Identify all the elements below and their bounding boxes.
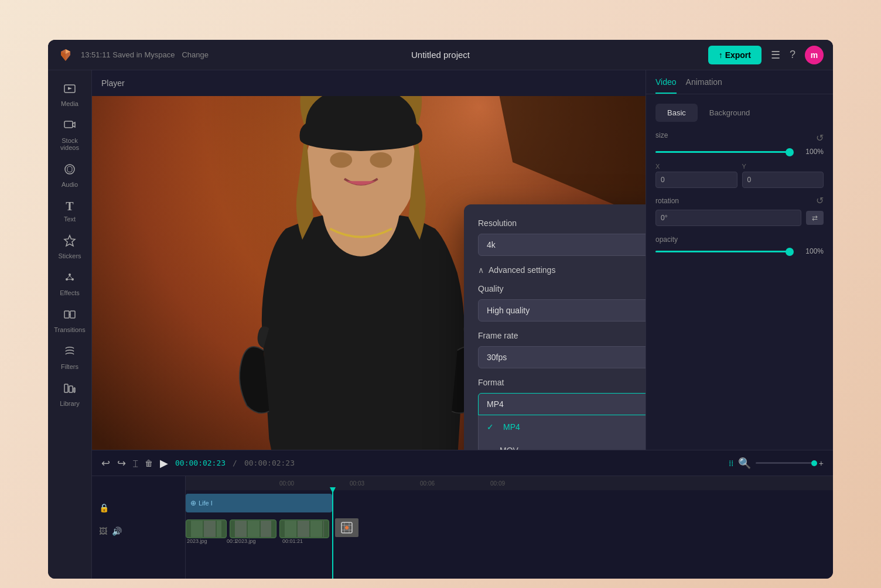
ruler-mark-1: 00:03 [350, 480, 364, 487]
advanced-settings-label: Advanced settings [489, 265, 555, 275]
tracks: Life I [186, 490, 833, 579]
svg-point-15 [330, 152, 352, 167]
format-label: Format [478, 378, 646, 387]
size-slider-thumb[interactable] [786, 148, 794, 156]
flip-button[interactable]: ⇄ [806, 211, 824, 225]
quality-value: High quality [487, 306, 530, 315]
delete-button[interactable]: 🗑 [145, 459, 153, 468]
image-clip-3[interactable] [279, 519, 329, 538]
library-icon [63, 382, 76, 398]
help-icon[interactable]: ? [790, 49, 795, 61]
x-input[interactable]: 0 [655, 172, 737, 188]
rotation-reset-button[interactable]: ↺ [816, 195, 824, 206]
split-button[interactable]: ⌶ [133, 459, 138, 468]
header-right: ↑ Export ☰ ? m [708, 46, 824, 64]
opacity-slider[interactable] [655, 251, 790, 252]
tab-video[interactable]: Video [655, 77, 677, 94]
timeline-zoom: ⁞⁞ 🔍 + [729, 457, 824, 470]
current-time: 00:00:02:23 [175, 459, 226, 467]
opacity-slider-thumb[interactable] [786, 248, 794, 256]
zoom-dots-icon: ⁞⁞ [729, 459, 733, 468]
section-tab-basic[interactable]: Basic [655, 104, 698, 122]
filters-icon [63, 345, 76, 361]
sidebar-label-stickers: Stickers [58, 252, 81, 259]
play-button[interactable]: ▶ [160, 457, 168, 470]
frame-rate-value: 30fps [487, 353, 507, 362]
ruler-mark-0: 00:00 [279, 480, 294, 487]
zoom-slider-thumb[interactable] [811, 460, 817, 466]
right-panel: Video Animation Basic Background size ↺ [646, 70, 833, 450]
sidebar-item-media[interactable]: Media [51, 77, 88, 112]
sidebar: Media Stock videos Audio [48, 70, 92, 579]
sidebar-item-text[interactable]: T Text [51, 195, 88, 227]
clip-thumbnail-1 [191, 521, 221, 537]
video-clip-life[interactable]: Life I [186, 494, 332, 512]
advanced-settings-toggle[interactable]: ∧ Advanced settings [478, 265, 646, 275]
project-title: Untitled project [411, 50, 470, 60]
timeline-controls: ↩ ↪ ⌶ 🗑 ▶ 00:00:02:23 / 00:00:02:23 ⁞⁞ 🔍 [92, 450, 833, 476]
menu-icon[interactable]: ☰ [771, 49, 780, 61]
quality-select[interactable]: High quality ▾ [478, 299, 646, 322]
image-clip-1[interactable] [186, 519, 227, 538]
player-title: Player [101, 78, 125, 88]
resolution-select[interactable]: 4k ▾ [478, 234, 646, 256]
rotation-input[interactable]: 0° [655, 210, 801, 226]
sidebar-label-filters: Filters [61, 363, 78, 370]
svg-rect-7 [70, 311, 75, 318]
sidebar-item-stickers[interactable]: Stickers [51, 230, 88, 264]
header-change-link[interactable]: Change [182, 50, 209, 59]
tab-animation[interactable]: Animation [686, 77, 722, 94]
export-button[interactable]: ↑ Export [708, 46, 762, 64]
orange-arrow [634, 404, 646, 450]
resolution-value: 4k [487, 240, 496, 249]
quality-label: Quality [478, 284, 646, 293]
size-slider[interactable] [655, 151, 790, 153]
clip-label-1: 2023.jpg [187, 538, 207, 544]
sidebar-item-effects[interactable]: Effects [51, 266, 88, 301]
sidebar-item-library[interactable]: Library [51, 377, 88, 412]
image-clip-2[interactable] [230, 519, 276, 538]
ruler-mark-2: 00:06 [420, 480, 435, 487]
sidebar-label-effects: Effects [60, 289, 79, 296]
app-logo [57, 47, 74, 63]
export-modal: Resolution 4k ▾ ∧ Advanced settings Qual… [464, 204, 646, 450]
format-option-mov[interactable]: MOV [479, 439, 646, 450]
format-dropdown-header[interactable]: MP4 ▴ [478, 393, 646, 415]
redo-button[interactable]: ↪ [117, 457, 126, 470]
timeline-body: 🔒 🖼 🔊 00:00 00:03 [92, 476, 833, 579]
size-reset-button[interactable]: ↺ [816, 132, 824, 143]
section-tab-background[interactable]: Background [698, 104, 762, 122]
format-option-mp4[interactable]: ✓ MP4 [479, 415, 646, 439]
app-window: 13:51:11 Saved in Myspace Change Untitle… [48, 40, 833, 579]
opacity-slider-row: 100% [655, 247, 824, 255]
frame-rate-select[interactable]: 30fps ▾ [478, 346, 646, 368]
sidebar-item-transitions[interactable]: Transitions [51, 303, 88, 338]
clip-thumbnail-3 [285, 521, 324, 537]
sidebar-item-filters[interactable]: Filters [51, 340, 88, 375]
track-content-area: 00:00 00:03 00:06 00:09 [186, 476, 833, 579]
zoom-slider[interactable] [756, 462, 814, 464]
sidebar-label-library: Library [60, 400, 80, 407]
clip-label-2: 2023.jpg [235, 538, 256, 544]
frame-indicator [335, 518, 358, 537]
format-dropdown[interactable]: MP4 ▴ ✓ MP4 MOV [478, 393, 646, 450]
clip-life-label: Life I [199, 500, 213, 507]
sidebar-item-stock-videos[interactable]: Stock videos [51, 114, 88, 156]
text-icon: T [66, 200, 73, 213]
x-field-group: X 0 [655, 163, 737, 188]
right-panel-content: Basic Background size ↺ 100 [646, 94, 833, 450]
size-slider-value: 100% [794, 148, 824, 156]
opacity-slider-fill [655, 251, 790, 252]
player-section: Player [92, 70, 646, 450]
undo-button[interactable]: ↩ [101, 457, 110, 470]
chevron-up-icon: ∧ [478, 265, 484, 275]
zoom-out-button[interactable]: 🔍 [738, 457, 751, 470]
y-input[interactable]: 0 [742, 172, 824, 188]
playhead[interactable] [332, 490, 333, 579]
user-avatar[interactable]: m [805, 46, 824, 64]
player-canvas[interactable]: Resolution 4k ▾ ∧ Advanced settings Qual… [92, 96, 646, 450]
sidebar-item-audio[interactable]: Audio [51, 158, 88, 193]
zoom-in-button[interactable]: + [819, 459, 824, 468]
player-header: Player [92, 70, 646, 96]
ruler-mark-3: 00:09 [490, 480, 505, 487]
